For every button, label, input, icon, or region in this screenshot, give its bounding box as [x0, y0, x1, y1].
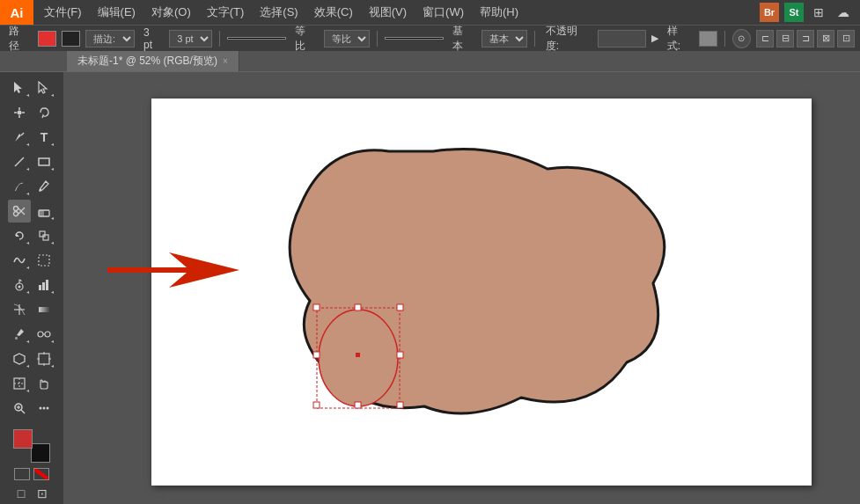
lasso-tool[interactable]	[33, 101, 55, 124]
stroke-width-select[interactable]: 3 pt	[169, 30, 212, 47]
svg-line-8	[15, 157, 24, 166]
stroke-pt-label: 3 pt	[140, 26, 164, 51]
menu-effect[interactable]: 效果(C)	[307, 1, 360, 24]
arrow-shape	[107, 252, 239, 288]
stroke-color-box[interactable]	[31, 443, 50, 463]
zoom-tool[interactable]	[8, 397, 31, 420]
divider-4	[724, 31, 725, 47]
proportional-select[interactable]: 等比	[324, 30, 370, 47]
cloud-icon[interactable]: ☁	[834, 3, 853, 22]
divider-2	[377, 31, 378, 47]
screen-mode-btn[interactable]: □	[11, 484, 31, 503]
selected-ellipse	[319, 310, 398, 406]
selection-tool[interactable]: ◂	[8, 77, 31, 99]
free-transform-tool[interactable]	[33, 249, 55, 272]
stroke-type-select[interactable]: 描边:	[85, 30, 135, 47]
blend-tool[interactable]: ◂	[33, 323, 55, 346]
hand-tool[interactable]	[33, 372, 55, 395]
handle-ml[interactable]	[313, 352, 320, 358]
svg-rect-23	[39, 285, 41, 290]
grid-view-icon[interactable]: ⊞	[809, 3, 828, 22]
mesh-tool[interactable]	[8, 298, 31, 321]
handle-br[interactable]	[397, 402, 403, 408]
warp-tool[interactable]: ◂	[8, 249, 31, 272]
svg-rect-25	[46, 280, 48, 290]
canvas-document	[151, 99, 812, 486]
menu-help[interactable]: 帮助(H)	[473, 1, 526, 24]
tab-bar: 未标题-1* @ 52% (RGB/预览) ×	[0, 51, 860, 72]
equal-label: 等比	[291, 24, 319, 54]
opacity-label: 不透明度:	[542, 24, 592, 54]
menu-file[interactable]: 文件(F)	[37, 1, 89, 24]
pen-tool[interactable]: ◂	[8, 126, 31, 149]
scissors-tool[interactable]	[8, 200, 31, 223]
scale-tool[interactable]: ◂	[33, 224, 55, 247]
menu-view[interactable]: 视图(V)	[362, 1, 414, 24]
style-label: 样式:	[664, 24, 694, 54]
menu-type[interactable]: 文字(T)	[200, 1, 252, 24]
arrange-icon[interactable]: ⊡	[837, 30, 855, 47]
paintbrush-tool[interactable]	[33, 175, 55, 198]
svg-rect-19	[43, 235, 48, 240]
basic-select[interactable]: 基本	[481, 30, 527, 47]
basic-label: 基本	[449, 24, 476, 54]
opacity-input[interactable]: 100%	[598, 30, 646, 47]
rotate-tool[interactable]: ◂	[8, 224, 31, 247]
live-paint-tool[interactable]: ◂	[8, 347, 31, 370]
tool-row-4: ◂ ◂	[0, 150, 63, 173]
handle-mr[interactable]	[397, 352, 403, 358]
fullscreen-btn[interactable]: ⊡	[33, 484, 52, 503]
rectangle-tool[interactable]: ◂	[33, 150, 55, 173]
svg-point-30	[38, 332, 43, 337]
menu-select[interactable]: 选择(S)	[253, 1, 305, 24]
document-tab[interactable]: 未标题-1* @ 52% (RGB/预览) ×	[67, 51, 239, 71]
handle-bc[interactable]	[355, 402, 361, 408]
options-circle-btn[interactable]: ⊙	[732, 29, 751, 48]
menu-window[interactable]: 窗口(W)	[415, 1, 471, 24]
handle-tl[interactable]	[313, 304, 320, 310]
menu-edit[interactable]: 编辑(E)	[91, 1, 143, 24]
stock-icon[interactable]: St	[784, 3, 804, 22]
tab-close-button[interactable]: ×	[223, 56, 228, 66]
gradient-tool[interactable]	[33, 298, 55, 321]
graph-tool[interactable]: ◂	[33, 274, 55, 296]
divider-3	[534, 31, 535, 47]
artboard-tool[interactable]: ◂	[33, 347, 55, 370]
symbol-sprayer-tool[interactable]: ◂	[8, 274, 31, 296]
svg-line-43	[21, 410, 25, 413]
line-tool[interactable]: ◂	[8, 150, 31, 173]
slice-tool[interactable]: ◂	[8, 372, 31, 395]
svg-point-10	[40, 189, 42, 192]
handle-tc[interactable]	[355, 304, 361, 310]
handle-tr[interactable]	[397, 304, 403, 310]
align-center-icon[interactable]: ⊟	[776, 30, 794, 47]
type-tool[interactable]: T ◂	[33, 126, 55, 149]
svg-rect-20	[39, 255, 49, 266]
eyedropper-tool[interactable]: ◂	[8, 323, 31, 346]
pencil-tool[interactable]: ◂	[8, 175, 31, 198]
direct-selection-tool[interactable]: ◂	[33, 77, 55, 99]
svg-rect-18	[40, 231, 45, 237]
none-icon[interactable]	[33, 468, 49, 480]
align-right-icon[interactable]: ⊐	[797, 30, 814, 47]
svg-marker-1	[39, 82, 47, 93]
fill-color-box[interactable]	[13, 429, 33, 449]
bridge-icon[interactable]: Br	[760, 3, 779, 22]
svg-rect-24	[42, 282, 45, 290]
eraser-tool[interactable]: ◂	[33, 200, 55, 223]
fill-color-swatch[interactable]	[38, 31, 56, 47]
align-left-icon[interactable]: ⊏	[756, 30, 774, 47]
stroke-line-preview	[227, 37, 286, 40]
extra-tool[interactable]	[33, 397, 55, 420]
svg-rect-28	[39, 307, 49, 312]
magic-wand-tool[interactable]	[8, 101, 31, 124]
menu-object[interactable]: 对象(O)	[144, 1, 198, 24]
svg-point-6	[18, 111, 22, 115]
handle-bl[interactable]	[313, 402, 320, 408]
tool-row-5: ◂	[0, 175, 63, 198]
style-preview[interactable]	[699, 31, 717, 47]
stroke-color-swatch[interactable]	[62, 31, 80, 47]
no-fill-icon[interactable]	[14, 468, 30, 480]
distribute-icon[interactable]: ⊠	[817, 30, 834, 47]
stroke-line-preview2	[385, 37, 444, 40]
